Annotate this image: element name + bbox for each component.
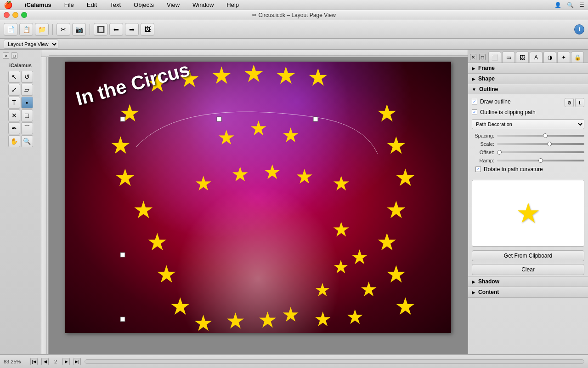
panel-close-button[interactable]: ✕ — [470, 54, 476, 60]
prev-page-button[interactable]: ◀ — [41, 358, 49, 365]
story-button[interactable]: ➡ — [125, 23, 139, 36]
content-section-header[interactable]: ▶ Content — [468, 287, 588, 297]
svg-text:★: ★ — [275, 62, 297, 89]
tab-color[interactable]: ◑ — [543, 52, 556, 63]
shadow-section-header[interactable]: ▶ Shadow — [468, 276, 588, 287]
outline-settings-icon[interactable]: ⚙ — [565, 98, 574, 107]
image-button[interactable]: 🖼 — [141, 23, 154, 36]
spotlight-icon[interactable]: 🔍 — [567, 2, 574, 8]
scale-tool[interactable]: ⤢ — [8, 84, 20, 96]
scale-thumb[interactable] — [547, 142, 552, 146]
menu-text[interactable]: Text — [107, 0, 124, 9]
outline-info-icon[interactable]: ℹ — [575, 98, 584, 107]
titlebar: ✏ Circus.icdk – Layout Page View — [0, 10, 588, 20]
window-controls — [4, 12, 27, 18]
pen-tool[interactable]: ✒ — [8, 122, 20, 134]
stars-path-svg: ★ ★ ★ ★ ★ ★ ★ ★ ★ ★ ★ ★ ★ — [65, 62, 451, 333]
offset-thumb[interactable] — [497, 150, 502, 155]
hand-tool[interactable]: ✋ — [8, 135, 20, 147]
flow-button[interactable]: ⬅ — [109, 23, 123, 36]
draw-outline-checkbox-group: Draw outline — [472, 98, 511, 105]
get-from-clipboard-button[interactable]: Get From Clipboard — [472, 250, 584, 261]
svg-rect-42 — [313, 117, 318, 121]
frame-arrow-icon: ▶ — [472, 66, 475, 71]
svg-text:★: ★ — [360, 278, 378, 300]
frame-section-header[interactable]: ▶ Frame — [468, 63, 588, 73]
menu-extra-icon[interactable]: ☰ — [579, 2, 584, 8]
tab-text[interactable]: A — [530, 52, 543, 63]
menu-file[interactable]: File — [62, 0, 77, 9]
detach-icon[interactable]: ◻ — [11, 52, 17, 59]
tab-shape[interactable]: ▭ — [502, 52, 515, 63]
shape-section-header[interactable]: ▶ Shape — [468, 74, 588, 84]
next-page-button[interactable]: ▶ — [62, 358, 70, 365]
shape-section-title: Shape — [478, 75, 495, 82]
ruler-left — [41, 57, 49, 354]
rotate-checkbox[interactable] — [475, 167, 481, 172]
decoration-select[interactable]: Path Decoration Solid Line Dashed Line N… — [472, 119, 584, 129]
collapse-icon[interactable]: ✕ — [3, 52, 9, 59]
outline-section-header[interactable]: ▼ Outline — [468, 84, 588, 94]
ramp-track — [497, 160, 584, 161]
apple-menu[interactable]: 🍎 — [4, 0, 13, 9]
svg-text:★: ★ — [258, 308, 277, 332]
tab-effects[interactable]: ✦ — [557, 52, 570, 63]
tab-image[interactable]: 🖼 — [516, 52, 529, 63]
frame-button[interactable]: 🔲 — [94, 23, 107, 36]
first-page-button[interactable]: |◀ — [30, 358, 38, 365]
info-button[interactable]: i — [574, 24, 584, 34]
offset-label: Offset: — [472, 150, 497, 155]
scale-slider-row: Scale: — [472, 141, 584, 147]
view-select[interactable]: Layout Page View Story View Print Previe… — [4, 40, 58, 49]
zoom-tool[interactable]: 🔍 — [21, 135, 33, 147]
new-button[interactable]: 📄 — [4, 23, 17, 36]
menu-view[interactable]: View — [164, 0, 182, 9]
open-button[interactable]: 📋 — [19, 23, 33, 36]
content-arrow-icon: ▶ — [472, 290, 475, 295]
shape-section: ▶ Shape — [468, 74, 588, 84]
save-button[interactable]: 📁 — [35, 23, 49, 36]
arrow-tool[interactable]: ↖ — [8, 71, 20, 83]
tab-frame[interactable]: ⬜ — [488, 52, 501, 63]
panel-detach-button[interactable]: ◻ — [479, 54, 486, 60]
tool-row-1: ↖ ↺ — [8, 71, 33, 83]
close-button[interactable] — [4, 12, 10, 18]
tab-lock[interactable]: 🔒 — [571, 52, 584, 63]
circus-background: In the Circus ★ ★ ★ ★ ★ ★ ★ ★ — [65, 62, 451, 333]
menu-window[interactable]: Window — [190, 0, 216, 9]
curve-tool[interactable]: ⌒ — [21, 122, 33, 134]
app-name[interactable]: iCalamus — [22, 0, 54, 9]
svg-text:★: ★ — [147, 229, 168, 255]
minimize-button[interactable] — [12, 12, 18, 18]
svg-text:★: ★ — [332, 172, 350, 195]
ramp-thumb[interactable] — [538, 158, 543, 163]
cross-tool[interactable]: ✕ — [8, 109, 20, 121]
rect-tool[interactable]: □ — [21, 109, 33, 121]
bottom-bar: 83.25% |◀ ◀ 2 ▶ ▶| — [0, 354, 588, 368]
canvas-viewport[interactable]: In the Circus ★ ★ ★ ★ ★ ★ ★ ★ — [49, 57, 468, 354]
user-icon[interactable]: 👤 — [554, 2, 561, 8]
horizontal-scrollbar[interactable] — [85, 359, 584, 364]
last-page-button[interactable]: ▶| — [74, 358, 81, 365]
draw-outline-checkbox[interactable] — [472, 99, 477, 104]
select-button[interactable]: ✂ — [57, 23, 70, 36]
menu-help[interactable]: Help — [224, 0, 242, 9]
main-area: ✕ ◻ iCalamus ↖ ↺ ⤢ ▱ T ▪ ✕ □ ✒ ⌒ ✋ 🔍 — [0, 50, 588, 354]
clear-button[interactable]: Clear — [472, 264, 584, 275]
menu-edit[interactable]: Edit — [84, 0, 100, 9]
panel-tab-row: ✕ ◻ ⬜ ▭ 🖼 A ◑ ✦ 🔒 — [468, 50, 588, 63]
rect-fill-tool[interactable]: ▪ — [21, 97, 33, 109]
page-number: 2 — [54, 359, 57, 364]
tool-row-5: ✒ ⌒ — [8, 122, 33, 134]
shear-tool[interactable]: ▱ — [21, 84, 33, 96]
menu-objects[interactable]: Objects — [131, 0, 157, 9]
maximize-button[interactable] — [21, 12, 27, 18]
rotate-tool[interactable]: ↺ — [21, 71, 33, 83]
spacing-thumb[interactable] — [543, 133, 548, 138]
transform-button[interactable]: 📷 — [72, 23, 86, 36]
window-title: ✏ Circus.icdk – Layout Page View — [252, 12, 336, 18]
text-tool[interactable]: T — [8, 97, 20, 109]
svg-text:★: ★ — [217, 126, 235, 149]
clipping-path-checkbox[interactable] — [472, 109, 477, 115]
svg-text:★: ★ — [243, 62, 265, 87]
